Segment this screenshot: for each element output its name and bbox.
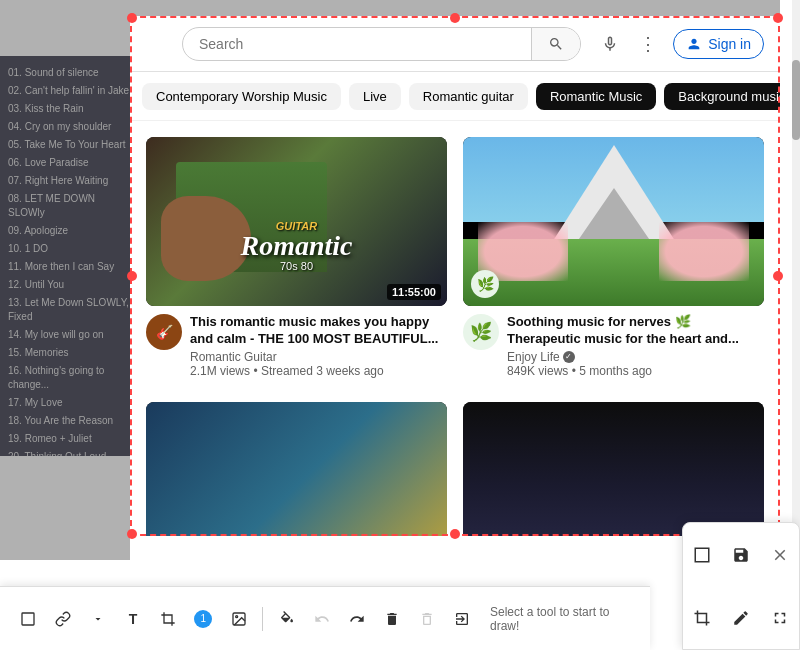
channel-name-1: Romantic Guitar: [190, 350, 447, 364]
bottom-toolbar: T 1: [0, 586, 650, 650]
chip-romantic-guitar[interactable]: Romantic guitar: [409, 83, 528, 110]
rt-fullscreen-btn[interactable]: [760, 586, 799, 649]
toolbar-redo-btn[interactable]: [341, 603, 372, 635]
badge-count: 1: [194, 610, 212, 628]
fill-icon: [279, 611, 295, 627]
crop2-icon: [693, 609, 711, 627]
video-info-2: 🌿 Soothing music for nerves 🌿 Therapeuti…: [463, 314, 764, 378]
rt-close-btn[interactable]: [760, 523, 799, 586]
pencil-icon: [732, 609, 750, 627]
image-icon: [231, 611, 247, 627]
fullscreen-icon: [771, 609, 789, 627]
save-icon: [732, 546, 750, 564]
toolbar-chevron-btn[interactable]: [82, 603, 113, 635]
video-card-1[interactable]: GUITAR Romantic 70s 80 11:55:00 🎸 This r…: [138, 129, 455, 386]
search-button[interactable]: [531, 28, 580, 60]
chips-row: Contemporary Worship Music Live Romantic…: [130, 72, 780, 121]
duration-badge-1: 11:55:00: [387, 284, 441, 300]
verified-icon: ✓: [563, 351, 575, 363]
video-title-2: Soothing music for nerves 🌿 Therapeutic …: [507, 314, 764, 348]
chip-background-music[interactable]: Background music: [664, 83, 780, 110]
toolbar-text-btn[interactable]: T: [117, 603, 148, 635]
more-options-button[interactable]: ⋮: [639, 33, 657, 55]
toolbar-fill-btn[interactable]: [271, 603, 302, 635]
chip-live[interactable]: Live: [349, 83, 401, 110]
rt-expand-btn[interactable]: [683, 523, 722, 586]
text-icon: T: [129, 611, 138, 627]
close-icon: [771, 546, 789, 564]
videos-grid: GUITAR Romantic 70s 80 11:55:00 🎸 This r…: [130, 121, 780, 394]
rt-crop-btn[interactable]: [683, 586, 722, 649]
top-right-controls: ⋮ Sign in: [639, 29, 764, 59]
chip-romantic-music[interactable]: Romantic Music: [536, 83, 656, 110]
toolbar-undo-btn[interactable]: [306, 603, 337, 635]
exit-icon: [454, 611, 470, 627]
rt-pencil-btn[interactable]: [722, 586, 761, 649]
video-card-2[interactable]: 🌿 🌿 Soothing music for nerves 🌿 Therapeu…: [455, 129, 772, 386]
romantic-label: Romantic: [161, 232, 432, 260]
video-card-3[interactable]: WORSHIP FROM JERUSALE...: [138, 394, 455, 536]
toolbar-exit-btn[interactable]: [447, 603, 478, 635]
chip-contemporary[interactable]: Contemporary Worship Music: [142, 83, 341, 110]
right-toolbar: [682, 522, 800, 650]
redo-icon: [349, 611, 365, 627]
chevron-down-icon: [92, 613, 104, 625]
search-container[interactable]: [182, 27, 581, 61]
main-area: 01. Sound of silence 02. Can't help fall…: [0, 0, 800, 650]
sign-in-label: Sign in: [708, 36, 751, 52]
rectangle-icon: [20, 611, 36, 627]
toolbar-link-btn[interactable]: [47, 603, 78, 635]
video-meta-2: Soothing music for nerves 🌿 Therapeutic …: [507, 314, 764, 378]
channel-avatar-2: 🌿: [463, 314, 499, 350]
toolbar-delete2-btn[interactable]: [412, 603, 443, 635]
undo-icon: [314, 611, 330, 627]
top-bar: ⋮ Sign in: [130, 16, 780, 72]
romantic-text-overlay: GUITAR Romantic 70s 80: [161, 220, 432, 272]
thumbnail-3: WORSHIP FROM JERUSALE...: [146, 402, 447, 536]
delete2-icon: [419, 611, 435, 627]
search-input[interactable]: [183, 28, 531, 60]
video-card-4[interactable]: [455, 394, 772, 536]
delete-icon: [384, 611, 400, 627]
expand-icon: [693, 546, 711, 564]
toolbar-rectangle-btn[interactable]: [12, 603, 43, 635]
video-info-1: 🎸 This romantic music makes you happy an…: [146, 314, 447, 378]
toolbar-crop-btn[interactable]: [153, 603, 184, 635]
channel-name-2: Enjoy Life ✓: [507, 350, 764, 364]
svg-rect-3: [696, 548, 710, 562]
toolbar-divider: [262, 607, 263, 631]
svg-rect-0: [22, 613, 34, 625]
bg-overlay-top: [130, 0, 780, 16]
toolbar-image-btn[interactable]: [223, 603, 254, 635]
video-title-1: This romantic music makes you happy and …: [190, 314, 447, 348]
thumb-bg-2: 🌿: [463, 137, 764, 306]
toolbar-delete-btn[interactable]: [377, 603, 408, 635]
videos-grid-third: WORSHIP FROM JERUSALE...: [130, 394, 780, 536]
account-icon: [686, 36, 702, 52]
thumb-bg-3: WORSHIP FROM JERUSALE...: [146, 402, 447, 536]
svg-point-2: [235, 615, 237, 617]
mic-icon: [601, 35, 619, 53]
crop-icon: [160, 611, 176, 627]
thumbnail-2: 🌿: [463, 137, 764, 306]
thumbnail-1: GUITAR Romantic 70s 80 11:55:00: [146, 137, 447, 306]
toolbar-hint: Select a tool to start to draw!: [490, 605, 638, 633]
years-label: 70s 80: [161, 260, 432, 272]
link-icon: [55, 611, 71, 627]
scroll-thumb[interactable]: [792, 60, 800, 140]
video-stats-2: 849K views • 5 months ago: [507, 364, 764, 378]
video-stats-1: 2.1M views • Streamed 3 weeks ago: [190, 364, 447, 378]
channel-avatar-1: 🎸: [146, 314, 182, 350]
rt-save-btn[interactable]: [722, 523, 761, 586]
bg-overlay-left: [0, 0, 130, 560]
thumbnail-4: [463, 402, 764, 536]
mic-button[interactable]: [593, 27, 627, 61]
toolbar-badge-btn[interactable]: 1: [188, 603, 219, 635]
video-meta-1: This romantic music makes you happy and …: [190, 314, 447, 378]
content-area: ⋮ Sign in Contemporary Worship Music Liv…: [130, 16, 780, 536]
thumb-bg-4: [463, 402, 764, 536]
search-icon: [548, 36, 564, 52]
sign-in-button[interactable]: Sign in: [673, 29, 764, 59]
cherry-right: [659, 222, 749, 281]
